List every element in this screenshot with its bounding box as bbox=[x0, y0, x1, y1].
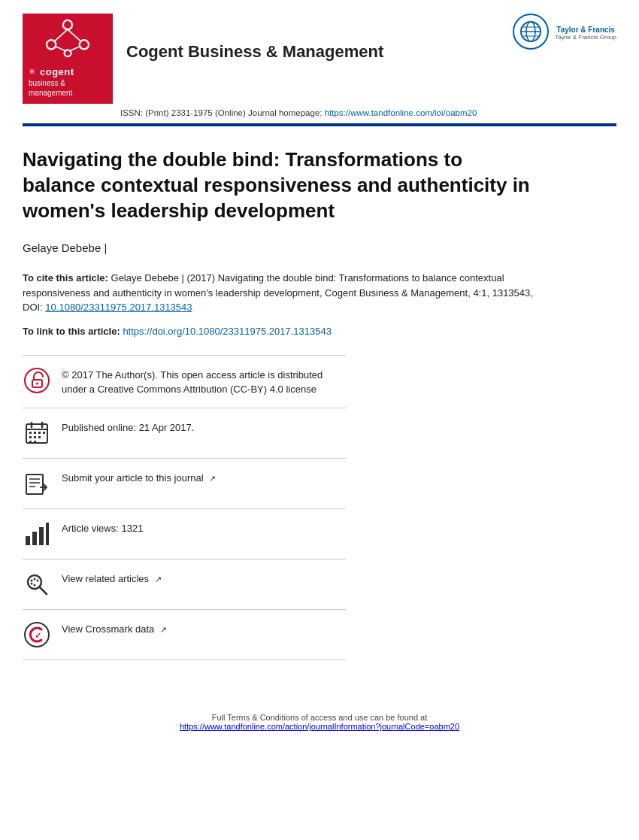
svg-point-2 bbox=[80, 40, 89, 49]
lock-open-icon bbox=[23, 367, 50, 394]
doi-link[interactable]: https://doi.org/10.1080/23311975.2017.13… bbox=[123, 326, 332, 337]
author-line: Gelaye Debebe | bbox=[23, 241, 616, 254]
crossmark-card[interactable]: ✓ View Crossmark data ↗ bbox=[23, 609, 346, 660]
cite-label: To cite this article: bbox=[23, 272, 108, 284]
svg-rect-25 bbox=[34, 436, 36, 438]
related-external-link-icon: ↗ bbox=[155, 575, 162, 584]
svg-rect-29 bbox=[26, 475, 43, 494]
submit-external-link-icon: ↗ bbox=[209, 474, 216, 483]
related-text[interactable]: View related articles ↗ bbox=[62, 570, 162, 587]
related-search-icon bbox=[24, 572, 50, 597]
svg-rect-36 bbox=[46, 523, 49, 545]
related-card[interactable]: View related articles ↗ bbox=[23, 559, 346, 609]
doi-link-row: To link to this article: https://doi.org… bbox=[23, 326, 616, 337]
svg-rect-23 bbox=[43, 432, 45, 434]
crossmark-text[interactable]: View Crossmark data ↗ bbox=[62, 620, 167, 637]
views-text: Article views: 1321 bbox=[62, 520, 143, 536]
tf-globe-icon bbox=[519, 20, 543, 44]
submit-icon-wrapper bbox=[23, 469, 51, 498]
svg-rect-26 bbox=[38, 436, 41, 438]
svg-point-41 bbox=[37, 579, 39, 581]
svg-rect-34 bbox=[32, 532, 37, 545]
citation-section: To cite this article: Gelaye Debebe | (2… bbox=[23, 271, 616, 315]
svg-rect-35 bbox=[39, 527, 44, 545]
svg-point-43 bbox=[34, 584, 36, 586]
svg-line-4 bbox=[55, 29, 68, 41]
cogent-brand-name: cogent bbox=[40, 66, 74, 77]
svg-rect-21 bbox=[34, 432, 36, 434]
svg-rect-28 bbox=[34, 441, 36, 443]
svg-point-39 bbox=[31, 579, 33, 581]
svg-line-6 bbox=[56, 46, 66, 50]
footer-line2: https://www.tandfonline.com/action/journ… bbox=[23, 722, 616, 731]
open-access-icon-wrapper bbox=[23, 366, 51, 395]
svg-rect-20 bbox=[29, 432, 32, 434]
calendar-icon-wrapper bbox=[23, 419, 51, 447]
cogent-sub-label: business &management bbox=[29, 78, 107, 98]
footer-line1: Full Terms & Conditions of access and us… bbox=[23, 713, 616, 722]
svg-rect-22 bbox=[38, 432, 41, 434]
info-cards: © 2017 The Author(s). This open access a… bbox=[23, 355, 346, 660]
issn-row: ISSN: (Print) 2331-1975 (Online) Journal… bbox=[0, 104, 639, 117]
cogent-logo-text-area: ✳ cogent business &management bbox=[23, 62, 113, 104]
open-access-card: © 2017 The Author(s). This open access a… bbox=[23, 355, 346, 408]
tf-logo-label: Taylor & Francis bbox=[555, 26, 616, 34]
views-card: Article views: 1321 bbox=[23, 508, 346, 559]
published-card: Published online: 21 Apr 2017. bbox=[23, 408, 346, 458]
svg-point-1 bbox=[47, 40, 56, 49]
footer-link[interactable]: https://www.tandfonline.com/action/journ… bbox=[180, 722, 459, 731]
header-left: ✳ cogent business &management Cogent Bus… bbox=[23, 14, 383, 104]
svg-rect-24 bbox=[29, 436, 32, 438]
cogent-logo-icon-area bbox=[23, 14, 113, 62]
citation-text: To cite this article: Gelaye Debebe | (2… bbox=[23, 271, 549, 315]
views-icon bbox=[24, 521, 50, 547]
svg-point-42 bbox=[31, 582, 33, 584]
crossmark-external-link-icon: ↗ bbox=[160, 625, 167, 634]
svg-line-7 bbox=[69, 46, 80, 50]
views-icon-wrapper bbox=[23, 520, 51, 548]
cogent-logo: ✳ cogent business &management bbox=[23, 14, 113, 104]
submit-icon bbox=[24, 471, 50, 496]
journal-title: Cogent Business & Management bbox=[126, 36, 383, 62]
doi-inline-link[interactable]: 10.1080/23311975.2017.1313543 bbox=[45, 302, 192, 313]
published-text: Published online: 21 Apr 2017. bbox=[62, 419, 194, 435]
footer: Full Terms & Conditions of access and us… bbox=[0, 690, 639, 746]
svg-text:✓: ✓ bbox=[35, 631, 41, 640]
issn-text: ISSN: (Print) 2331-1975 (Online) Journal… bbox=[120, 108, 325, 117]
svg-point-0 bbox=[63, 20, 72, 29]
crossmark-icon-wrapper: ✓ bbox=[23, 620, 51, 649]
svg-point-15 bbox=[36, 382, 38, 384]
tf-logo: Taylor & Francis Taylor & Francis Group bbox=[513, 14, 616, 50]
page-wrapper: ✳ cogent business &management Cogent Bus… bbox=[0, 0, 639, 840]
svg-rect-27 bbox=[29, 441, 32, 443]
doi-label: To link to this article: bbox=[23, 326, 123, 337]
tf-logo-circle bbox=[513, 14, 549, 50]
crossmark-icon: ✓ bbox=[23, 621, 50, 648]
main-content: Navigating the double bind: Transformati… bbox=[0, 126, 639, 660]
journal-homepage-link[interactable]: https://www.tandfonline.com/loi/oabm20 bbox=[325, 108, 477, 117]
tf-logo-sublabel: Taylor & Francis Group bbox=[555, 34, 616, 41]
svg-line-38 bbox=[39, 587, 47, 594]
submit-card[interactable]: Submit your article to this journal ↗ bbox=[23, 458, 346, 508]
related-icon-wrapper bbox=[23, 570, 51, 599]
submit-text[interactable]: Submit your article to this journal ↗ bbox=[62, 469, 216, 486]
calendar-icon bbox=[24, 420, 50, 446]
cogent-network-icon bbox=[41, 16, 94, 61]
header: ✳ cogent business &management Cogent Bus… bbox=[0, 0, 639, 104]
svg-rect-33 bbox=[26, 536, 30, 545]
open-access-text: © 2017 The Author(s). This open access a… bbox=[62, 366, 346, 397]
article-title: Navigating the double bind: Transformati… bbox=[23, 147, 534, 223]
cogent-star-icon: ✳ bbox=[29, 67, 35, 77]
svg-line-5 bbox=[68, 29, 81, 41]
svg-point-40 bbox=[34, 578, 36, 580]
